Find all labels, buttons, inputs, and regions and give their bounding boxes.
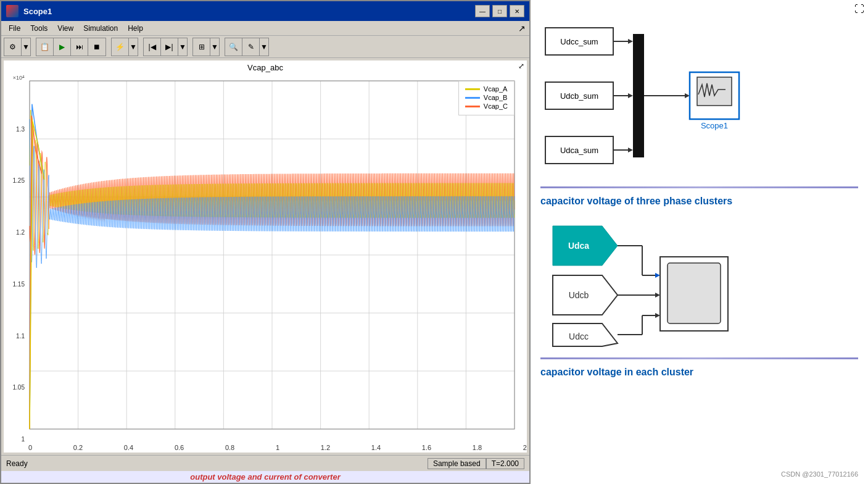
dropdown-btn-4[interactable]: ▼: [210, 38, 219, 56]
toolbar-group-6: 🔍 ✎ ▼: [225, 38, 269, 56]
menu-bar: File Tools View Simulation Help ↗: [1, 21, 529, 36]
plot-title: Vcap_abc: [4, 60, 527, 75]
simulink-top-svg: Udcc_sum Udcb_sum Udca_sum: [539, 15, 860, 176]
y-tick-3: 1.1: [6, 333, 25, 340]
x-tick-4: 0.8: [225, 444, 234, 451]
title-bar: Scope1 — □ ✕: [1, 1, 529, 21]
zoom-fit-button[interactable]: ⊞: [193, 38, 210, 56]
y-axis-ticks: ×10⁴ 1.3 1.25 1.2 1.15 1.1 1.05 1: [4, 75, 27, 443]
legend-label-a: Vcap_A: [484, 85, 508, 93]
detach-icon[interactable]: ↗: [518, 23, 526, 33]
arrow-udcb: [628, 93, 633, 98]
title-bar-left: Scope1: [6, 5, 52, 17]
plot-inner: ×10⁴ 1.3 1.25 1.2 1.15 1.1 1.05 1 Vcap_A: [4, 75, 527, 443]
status-time: T=2.000: [486, 458, 524, 469]
maximize-button[interactable]: □: [492, 5, 507, 17]
bottom-caption: output voltage and current of converter: [1, 471, 529, 483]
arrow-udcb-bottom: [655, 293, 660, 298]
next-button[interactable]: ▶|: [161, 38, 178, 56]
csdn-footer: CSDN @2301_77012166: [540, 468, 858, 478]
udcc-label: Udcc: [569, 332, 589, 341]
toolbar-group-5: ⊞ ▼: [192, 38, 220, 56]
legend-line-a: [465, 88, 480, 90]
bottom-caption-text: output voltage and current of converter: [190, 472, 340, 482]
udca-sum-label: Udca_sum: [560, 146, 598, 155]
window-title: Scope1: [23, 7, 52, 16]
y-tick-7: 1.3: [6, 126, 25, 133]
plot-area: ⤢ Vcap_abc ×10⁴ 1.3 1.25 1.2 1.15 1.1 1.…: [4, 60, 527, 453]
dropdown-btn-2[interactable]: ▼: [129, 38, 138, 56]
legend-item-c: Vcap_C: [465, 102, 508, 110]
arrow-udcc-bottom: [655, 313, 660, 318]
close-button[interactable]: ✕: [510, 5, 524, 17]
x-tick-6: 1.2: [321, 444, 330, 451]
menu-tools[interactable]: Tools: [27, 23, 51, 33]
step-button[interactable]: ⏭: [71, 38, 88, 56]
scope-large-screen: [668, 263, 721, 323]
plot-canvas-container: Vcap_A Vcap_B Vcap_C: [27, 75, 527, 443]
y-tick-5: 1.2: [6, 229, 25, 236]
legend: Vcap_A Vcap_B Vcap_C: [458, 81, 515, 115]
toolbar-group-1: ⚙ ▼: [4, 38, 31, 56]
legend-label-c: Vcap_C: [484, 102, 508, 110]
menu-view[interactable]: View: [54, 23, 77, 33]
section-title-bottom: capacitor voltage in each cluster: [540, 367, 858, 378]
dropdown-btn-3[interactable]: ▼: [178, 38, 187, 56]
status-right: Sample based T=2.000: [428, 458, 524, 469]
toolbar-group-4: |◀ ▶| ▼: [143, 38, 188, 56]
copy-button[interactable]: 📋: [36, 38, 54, 56]
maximize-plot-icon[interactable]: ⤢: [518, 62, 524, 70]
title-bar-controls: — □ ✕: [475, 5, 524, 17]
udcc-sum-label: Udcc_sum: [560, 37, 598, 46]
x-axis-labels: 0 0.2 0.4 0.6 0.8 1 1.2 1.4 1.6 1.8 2: [4, 443, 527, 453]
udca-label: Udca: [568, 241, 589, 251]
status-sample-based: Sample based: [428, 458, 486, 469]
legend-item-a: Vcap_A: [465, 85, 508, 93]
arrow-udca-bottom: [655, 273, 660, 278]
dropdown-btn-1[interactable]: ▼: [22, 38, 30, 56]
udcb-label: Udcb: [569, 290, 589, 300]
matlab-icon: [6, 5, 19, 17]
view-button[interactable]: ⚡: [112, 38, 129, 56]
stop-button[interactable]: ⏹: [88, 38, 105, 56]
prev-button[interactable]: |◀: [144, 38, 161, 56]
dropdown-btn-5[interactable]: ▼: [260, 38, 268, 56]
x-tick-7: 1.4: [371, 444, 381, 451]
udcb-sum-label: Udcb_sum: [560, 91, 598, 101]
run-button[interactable]: ▶: [54, 38, 71, 56]
y-tick-6: 1.25: [6, 177, 25, 184]
zoom-button[interactable]: 🔍: [225, 38, 242, 56]
x-tick-9: 1.8: [473, 444, 482, 451]
toolbar-group-2: 📋 ▶ ⏭ ⏹: [36, 38, 106, 56]
section-divider-1: [540, 186, 858, 188]
settings-button[interactable]: ⚙: [4, 38, 22, 56]
pen-button[interactable]: ✎: [242, 38, 260, 56]
legend-line-c: [465, 106, 480, 107]
x-tick-5: 1: [276, 444, 279, 451]
menu-help[interactable]: Help: [124, 23, 147, 33]
section-divider-2: [540, 357, 858, 359]
legend-item-b: Vcap_B: [465, 94, 508, 101]
menu-simulation[interactable]: Simulation: [80, 23, 122, 33]
y-tick-2: 1.05: [6, 384, 25, 391]
toolbar: ⚙ ▼ 📋 ▶ ⏭ ⏹ ⚡ ▼ |◀ ▶| ▼ ⊞ ▼ 🔍 ✎ ▼: [1, 36, 529, 58]
bus-bar: [633, 34, 644, 157]
y-tick-4: 1.15: [6, 281, 25, 288]
legend-label-b: Vcap_B: [484, 94, 508, 101]
x-tick-10: 2: [523, 444, 527, 451]
x-tick-3: 0.6: [175, 444, 184, 451]
section-title-top: capacitor voltage of three phase cluster…: [540, 196, 858, 207]
x-tick-8: 1.6: [422, 444, 431, 451]
simulink-bottom-diagram: Udca Udcb Udcc: [540, 217, 858, 353]
plot-canvas: [27, 75, 527, 443]
toolbar-group-3: ⚡ ▼: [111, 38, 138, 56]
menu-file[interactable]: File: [5, 23, 24, 33]
scope1-screen: [697, 77, 732, 106]
status-bar: Ready Sample based T=2.000: [1, 455, 529, 471]
minimize-button[interactable]: —: [475, 5, 490, 17]
simulink-bottom-svg: Udca Udcb Udcc: [547, 220, 824, 349]
simulink-top-diagram: Udcc_sum Udcb_sum Udca_sum: [540, 12, 858, 179]
scope-window: Scope1 — □ ✕ File Tools View Simulation …: [0, 0, 531, 484]
arrow-udcc: [628, 39, 633, 44]
right-panel: Udcc_sum Udcb_sum Udca_sum: [531, 0, 868, 484]
